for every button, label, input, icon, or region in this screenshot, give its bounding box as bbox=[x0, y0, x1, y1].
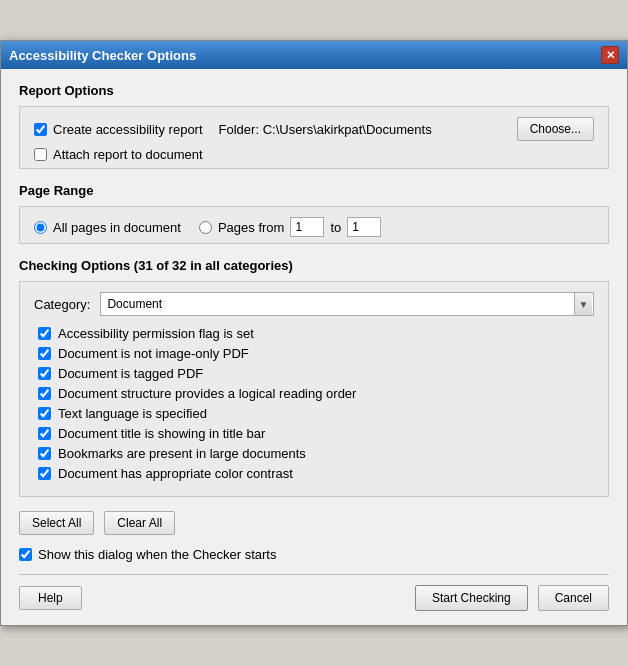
check-item-checkbox-4[interactable] bbox=[38, 387, 51, 400]
page-range-row: All pages in document Pages from to bbox=[34, 217, 594, 237]
report-options-label: Report Options bbox=[19, 83, 609, 98]
check-item: Bookmarks are present in large documents bbox=[38, 446, 594, 461]
select-all-button[interactable]: Select All bbox=[19, 511, 94, 535]
help-button[interactable]: Help bbox=[19, 586, 82, 610]
title-bar: Accessibility Checker Options ✕ bbox=[1, 41, 627, 69]
check-item: Text language is specified bbox=[38, 406, 594, 421]
choose-button[interactable]: Choose... bbox=[517, 117, 594, 141]
report-options-section: Report Options Create accessibility repo… bbox=[19, 83, 609, 169]
dialog: Accessibility Checker Options ✕ Report O… bbox=[0, 40, 628, 626]
pages-to-input[interactable] bbox=[347, 217, 381, 237]
check-item-checkbox-5[interactable] bbox=[38, 407, 51, 420]
all-pages-label[interactable]: All pages in document bbox=[53, 220, 181, 235]
pages-from-group: Pages from to bbox=[199, 217, 381, 237]
clear-all-button[interactable]: Clear All bbox=[104, 511, 175, 535]
attach-report-checkbox[interactable] bbox=[34, 148, 47, 161]
category-label: Category: bbox=[34, 297, 90, 312]
check-item-checkbox-6[interactable] bbox=[38, 427, 51, 440]
all-pages-radio[interactable] bbox=[34, 221, 47, 234]
all-pages-row: All pages in document bbox=[34, 220, 181, 235]
pages-from-radio[interactable] bbox=[199, 221, 212, 234]
report-options-box: Create accessibility report Folder: C:\U… bbox=[19, 106, 609, 169]
create-report-checkbox-row: Create accessibility report bbox=[34, 122, 203, 137]
cancel-button[interactable]: Cancel bbox=[538, 585, 609, 611]
folder-path: Folder: C:\Users\akirkpat\Documents bbox=[219, 122, 432, 137]
show-dialog-checkbox[interactable] bbox=[19, 548, 32, 561]
dialog-title: Accessibility Checker Options bbox=[9, 48, 196, 63]
checking-options-box: Category: Document Page Content Forms Al… bbox=[19, 281, 609, 497]
check-item: Document has appropriate color contrast bbox=[38, 466, 594, 481]
category-row: Category: Document Page Content Forms Al… bbox=[34, 292, 594, 316]
check-item-checkbox-7[interactable] bbox=[38, 447, 51, 460]
check-item-checkbox-1[interactable] bbox=[38, 327, 51, 340]
check-list: Accessibility permission flag is setDocu… bbox=[38, 326, 594, 481]
select-clear-row: Select All Clear All bbox=[19, 511, 609, 535]
attach-report-row: Attach report to document bbox=[34, 147, 594, 162]
show-dialog-label[interactable]: Show this dialog when the Checker starts bbox=[38, 547, 276, 562]
pages-from-input[interactable] bbox=[290, 217, 324, 237]
checking-options-label: Checking Options (31 of 32 in all catego… bbox=[19, 258, 609, 273]
attach-report-label[interactable]: Attach report to document bbox=[53, 147, 203, 162]
page-range-label: Page Range bbox=[19, 183, 609, 198]
footer-right: Start Checking Cancel bbox=[415, 585, 609, 611]
checking-options-section: Checking Options (31 of 32 in all catego… bbox=[19, 258, 609, 497]
check-item-label-4[interactable]: Document structure provides a logical re… bbox=[58, 386, 356, 401]
check-item-label-5[interactable]: Text language is specified bbox=[58, 406, 207, 421]
pages-from-label[interactable]: Pages from bbox=[218, 220, 284, 235]
category-select-wrapper: Document Page Content Forms Alternate Te… bbox=[100, 292, 594, 316]
check-item: Accessibility permission flag is set bbox=[38, 326, 594, 341]
check-item: Document is not image-only PDF bbox=[38, 346, 594, 361]
start-checking-button[interactable]: Start Checking bbox=[415, 585, 528, 611]
close-icon[interactable]: ✕ bbox=[601, 46, 619, 64]
check-item-label-1[interactable]: Accessibility permission flag is set bbox=[58, 326, 254, 341]
check-item: Document structure provides a logical re… bbox=[38, 386, 594, 401]
create-report-checkbox[interactable] bbox=[34, 123, 47, 136]
show-dialog-row: Show this dialog when the Checker starts bbox=[19, 547, 609, 562]
footer: Help Start Checking Cancel bbox=[19, 574, 609, 611]
check-item: Document title is showing in title bar bbox=[38, 426, 594, 441]
category-select[interactable]: Document Page Content Forms Alternate Te… bbox=[100, 292, 594, 316]
check-item-label-2[interactable]: Document is not image-only PDF bbox=[58, 346, 249, 361]
check-item-checkbox-2[interactable] bbox=[38, 347, 51, 360]
check-item-label-3[interactable]: Document is tagged PDF bbox=[58, 366, 203, 381]
check-item: Document is tagged PDF bbox=[38, 366, 594, 381]
check-item-label-8[interactable]: Document has appropriate color contrast bbox=[58, 466, 293, 481]
to-label: to bbox=[330, 220, 341, 235]
page-range-section: Page Range All pages in document Pages f… bbox=[19, 183, 609, 244]
check-item-checkbox-3[interactable] bbox=[38, 367, 51, 380]
page-range-box: All pages in document Pages from to bbox=[19, 206, 609, 244]
check-item-checkbox-8[interactable] bbox=[38, 467, 51, 480]
check-item-label-6[interactable]: Document title is showing in title bar bbox=[58, 426, 265, 441]
check-item-label-7[interactable]: Bookmarks are present in large documents bbox=[58, 446, 306, 461]
create-report-row: Create accessibility report Folder: C:\U… bbox=[34, 117, 594, 141]
create-report-label[interactable]: Create accessibility report bbox=[53, 122, 203, 137]
